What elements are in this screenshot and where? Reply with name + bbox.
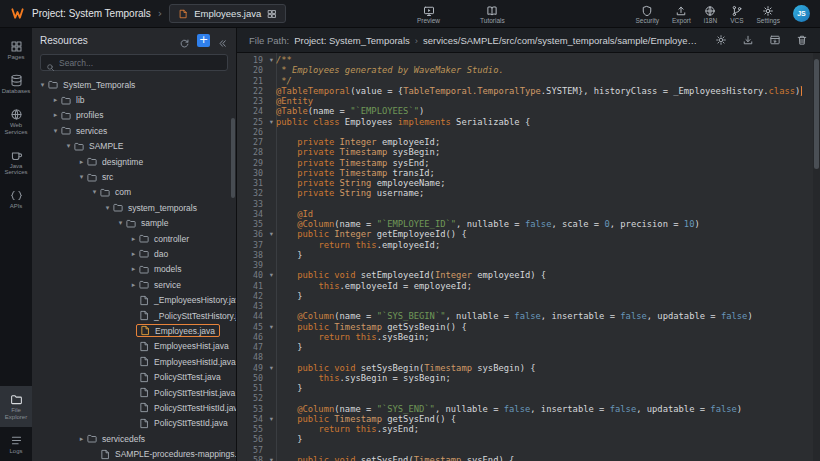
code-line-50[interactable]: 50 this.sysBegin = sysBegin; xyxy=(237,373,820,383)
expand-arrow-icon[interactable]: ▸ xyxy=(51,111,60,119)
rail-item-java-services[interactable]: Java Services xyxy=(0,142,32,183)
code-editor[interactable]: 19▾/**20 * Employees generated by WaveMa… xyxy=(237,53,820,461)
gear-icon[interactable] xyxy=(715,34,727,46)
open-file-tab[interactable]: Employees.java xyxy=(169,4,286,23)
code-line-22[interactable]: 22@TableTemporal(value = {TableTemporal.… xyxy=(237,86,820,96)
tree-item-service[interactable]: ▸service xyxy=(32,277,236,292)
search-box[interactable] xyxy=(40,54,228,71)
expand-arrow-icon[interactable]: ▸ xyxy=(129,235,138,243)
tree-item-com[interactable]: ▾com xyxy=(32,185,236,200)
code-line-28[interactable]: 28 private Timestamp sysBegin; xyxy=(237,147,820,157)
rail-item-file-explorer[interactable]: File Explorer xyxy=(0,386,32,427)
code-line-19[interactable]: 19▾/** xyxy=(237,55,820,65)
tree-item-src[interactable]: ▾src xyxy=(32,169,236,184)
code-line-57[interactable]: 57 xyxy=(237,445,820,455)
code-line-53[interactable]: 53 @Column(name = "`SYS_END`", nullable … xyxy=(237,404,820,414)
code-line-29[interactable]: 29 private Timestamp sysEnd; xyxy=(237,158,820,168)
code-line-38[interactable]: 38 } xyxy=(237,250,820,260)
tree-item-employeeshist-java[interactable]: EmployeesHist.java xyxy=(32,339,236,354)
apps-grid-icon[interactable] xyxy=(267,9,277,19)
rail-item-databases[interactable]: Databases xyxy=(0,67,32,101)
code-line-45[interactable]: 45▾ public Timestamp getSysBegin() { xyxy=(237,322,820,332)
delete-file-icon[interactable] xyxy=(796,34,808,46)
code-line-58[interactable]: 58▾ public void setSysEnd(Timestamp sysE… xyxy=(237,455,820,461)
save-file-icon[interactable] xyxy=(769,34,781,46)
code-line-35[interactable]: 35 @Column(name = "`EMPLOYEE_ID`", nulla… xyxy=(237,219,820,229)
security-button[interactable]: Security xyxy=(635,3,658,24)
code-line-32[interactable]: 32 private String username; xyxy=(237,188,820,198)
file-path-project[interactable]: Project: System_Temporals xyxy=(294,35,410,46)
code-line-56[interactable]: 56 } xyxy=(237,434,820,444)
code-line-20[interactable]: 20 * Employees generated by WaveMaker St… xyxy=(237,65,820,75)
tree-item-services[interactable]: ▾services xyxy=(32,123,236,138)
project-name[interactable]: Project: System Temporals xyxy=(32,8,151,19)
i18n-button[interactable]: i18N xyxy=(704,3,717,24)
code-line-48[interactable]: 48 xyxy=(237,352,820,362)
tree-item-sample-procedures-mappings-json[interactable]: SAMPLE-procedures-mappings.json xyxy=(32,446,236,461)
user-avatar[interactable]: JS xyxy=(793,5,810,22)
code-line-23[interactable]: 23@Entity xyxy=(237,96,820,106)
tree-item-controller[interactable]: ▸controller xyxy=(32,231,236,246)
code-line-43[interactable]: 43 xyxy=(237,301,820,311)
expand-arrow-icon[interactable]: ▸ xyxy=(129,265,138,273)
tree-item-dao[interactable]: ▸dao xyxy=(32,246,236,261)
tree-item-system-temporals[interactable]: ▾System_Temporals xyxy=(32,77,236,92)
fold-arrow-icon[interactable]: ▾ xyxy=(267,270,276,280)
editor-scrollbar[interactable] xyxy=(813,53,820,461)
rail-item-pages[interactable]: Pages xyxy=(0,33,32,67)
preview-button[interactable]: Preview xyxy=(417,3,440,24)
code-line-49[interactable]: 49▾ public void setSysBegin(Timestamp sy… xyxy=(237,363,820,373)
code-line-47[interactable]: 47 } xyxy=(237,342,820,352)
code-line-39[interactable]: 39 xyxy=(237,260,820,270)
rail-item-web-services[interactable]: Web Services xyxy=(0,101,32,142)
tree-item-policystttesthist-java[interactable]: PolicySttTestHist.java xyxy=(32,385,236,400)
fold-arrow-icon[interactable]: ▾ xyxy=(267,363,276,373)
expand-arrow-icon[interactable]: ▸ xyxy=(51,96,60,104)
code-line-54[interactable]: 54▾ public Timestamp getSysEnd() { xyxy=(237,414,820,424)
tree-item-policystttestid-java[interactable]: PolicySttTestId.java xyxy=(32,416,236,431)
collapse-arrow-icon[interactable]: ▾ xyxy=(103,204,112,212)
code-line-34[interactable]: 34 @Id xyxy=(237,209,820,219)
code-line-24[interactable]: 24@Table(name = "`EMPLOYEES`") xyxy=(237,106,820,116)
code-line-55[interactable]: 55 return this.sysEnd; xyxy=(237,424,820,434)
refresh-icon[interactable] xyxy=(179,35,190,46)
code-line-44[interactable]: 44 @Column(name = "`SYS_BEGIN`", nullabl… xyxy=(237,311,820,321)
download-file-icon[interactable] xyxy=(742,34,754,46)
tree-item-employees-java[interactable]: Employees.java xyxy=(32,323,236,338)
code-line-25[interactable]: 25▾public class Employees implements Ser… xyxy=(237,117,820,127)
rail-item-logs[interactable]: Logs xyxy=(0,427,32,461)
code-line-40[interactable]: 40▾ public void setEmployeeId(Integer em… xyxy=(237,270,820,280)
tree-item-sample[interactable]: ▾SAMPLE xyxy=(32,139,236,154)
code-line-52[interactable]: 52 xyxy=(237,393,820,403)
collapse-arrow-icon[interactable]: ▾ xyxy=(77,173,86,181)
tree-item-policystttesthistid-java[interactable]: PolicySttTestHistId.java xyxy=(32,400,236,415)
code-line-51[interactable]: 51 } xyxy=(237,383,820,393)
code-line-27[interactable]: 27 private Integer employeeId; xyxy=(237,137,820,147)
fold-arrow-icon[interactable]: ▾ xyxy=(267,455,276,461)
fold-arrow-icon[interactable]: ▾ xyxy=(267,117,276,127)
tree-item-profiles[interactable]: ▸profiles xyxy=(32,108,236,123)
resources-scrollbar[interactable] xyxy=(231,118,235,198)
code-line-41[interactable]: 41 this.employeeId = employeeId; xyxy=(237,281,820,291)
fold-arrow-icon[interactable]: ▾ xyxy=(267,322,276,332)
collapse-arrow-icon[interactable]: ▾ xyxy=(64,142,73,150)
code-line-33[interactable]: 33 xyxy=(237,199,820,209)
expand-arrow-icon[interactable]: ▸ xyxy=(77,435,86,443)
tree-item-employeeshistid-java[interactable]: EmployeesHistId.java xyxy=(32,354,236,369)
code-line-30[interactable]: 30 private Timestamp transId; xyxy=(237,168,820,178)
tree-item-servicedefs[interactable]: ▸servicedefs xyxy=(32,431,236,446)
fold-arrow-icon[interactable]: ▾ xyxy=(267,414,276,424)
tree-item-policystttesthistory-java[interactable]: _PolicySttTestHistory.java xyxy=(32,308,236,323)
vcs-button[interactable]: VCS xyxy=(730,3,743,24)
expand-arrow-icon[interactable]: ▸ xyxy=(129,281,138,289)
code-line-42[interactable]: 42 } xyxy=(237,291,820,301)
tree-item-models[interactable]: ▸models xyxy=(32,262,236,277)
tree-item-lib[interactable]: ▸lib xyxy=(32,92,236,107)
export-button[interactable]: Export xyxy=(672,3,691,24)
collapse-arrow-icon[interactable]: ▾ xyxy=(51,127,60,135)
rail-item-apis[interactable]: APIs xyxy=(0,182,32,216)
tree-item-employeeshistory-java[interactable]: _EmployeesHistory.java xyxy=(32,292,236,307)
fold-arrow-icon[interactable]: ▾ xyxy=(267,229,276,239)
fold-arrow-icon[interactable]: ▾ xyxy=(267,55,276,65)
expand-arrow-icon[interactable]: ▸ xyxy=(129,250,138,258)
